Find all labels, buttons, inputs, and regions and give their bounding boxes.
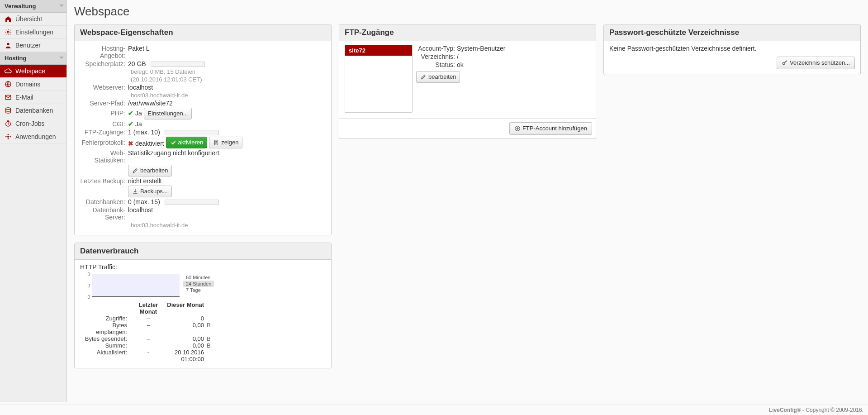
pwdir-message: Keine Passwort-geschützten Verzeichnisse… <box>609 45 855 52</box>
panel-pwdirs: Passwort-geschützte Verzeichnisse Keine … <box>603 24 861 75</box>
sidebar-item-label: Übersicht <box>15 15 42 23</box>
webstats-value: Statistikzugang nicht konfiguriert. <box>128 149 326 157</box>
panel-webspace-props: Webspace-Eigenschaften Hosting-Angebot:P… <box>74 24 332 235</box>
svg-point-1 <box>7 43 9 45</box>
pwdir-protect-button[interactable]: Verzeichnis schützen... <box>777 57 855 69</box>
apps-icon <box>5 133 12 140</box>
home-icon <box>5 15 12 23</box>
sidebar-item-label: Cron-Jobs <box>15 120 45 127</box>
svg-point-13 <box>783 62 785 65</box>
sidebar-item-cronjobs[interactable]: Cron-Jobs <box>0 117 66 130</box>
chevron-down-icon <box>59 57 64 59</box>
sidebar-item-webspace[interactable]: Webspace <box>0 65 66 78</box>
ftp-count-value: 1 (max. 10) <box>128 129 160 136</box>
panel-heading: Webspace-Eigenschaften <box>75 24 331 41</box>
svg-point-0 <box>7 31 9 33</box>
traffic-subtitle: HTTP Traffic: <box>80 263 326 271</box>
legend-7d[interactable]: 7 Tage <box>183 287 214 293</box>
db-bar <box>165 200 219 205</box>
ftp-status-value: ok <box>457 61 464 68</box>
sidebar-item-datenbanken[interactable]: Datenbanken <box>0 104 66 117</box>
ftp-dir-value: / <box>457 53 459 60</box>
page-title: Webspace <box>74 5 861 19</box>
legend-60min[interactable]: 60 Minuten <box>183 274 214 281</box>
clock-icon <box>5 120 12 127</box>
chevron-down-icon <box>59 5 64 7</box>
x-icon: ✖ <box>128 140 133 147</box>
sidebar-item-label: Anwendungen <box>15 133 56 140</box>
db-count-value: 0 (max. 15) <box>128 198 160 205</box>
svg-point-10 <box>8 138 9 139</box>
chart-legend: 60 Minuten 24 Stunden 7 Tage <box>183 274 214 293</box>
sidebar-item-label: E-Mail <box>15 94 33 101</box>
check-icon: ✔ <box>128 110 133 117</box>
sidebar-header-hosting[interactable]: Hosting <box>0 52 66 65</box>
svg-point-4 <box>6 108 11 110</box>
gear-icon <box>5 29 12 36</box>
storage-bar <box>151 62 205 67</box>
php-settings-button[interactable]: Einstellungen... <box>144 108 192 119</box>
sidebar-item-label: Benutzer <box>15 42 41 49</box>
errorlog-show-button[interactable]: zeigen <box>209 137 242 148</box>
svg-point-9 <box>8 134 9 135</box>
traffic-table: Letzter MonatDieser Monat Zugriffe:–0 By… <box>80 301 326 363</box>
sidebar-item-label: Einstellungen <box>15 29 53 36</box>
mail-icon <box>5 94 12 101</box>
hosting-angebot-value: Paket L <box>128 45 326 52</box>
database-icon <box>5 107 12 114</box>
ftp-account-name: site72 <box>345 45 412 56</box>
sidebar-item-einstellungen[interactable]: Einstellungen <box>0 26 66 39</box>
sidebar-item-label: Datenbanken <box>15 107 53 114</box>
serverpfad-value: /var/www/site72 <box>128 100 326 107</box>
svg-point-8 <box>9 136 11 138</box>
ftp-edit-button[interactable]: bearbeiten <box>416 71 460 83</box>
sidebar: Verwaltung Übersicht Einstellungen Benut… <box>0 0 67 402</box>
panel-heading: Passwort-geschützte Verzeichnisse <box>604 24 860 41</box>
ftp-bar <box>165 130 219 135</box>
legend-24h[interactable]: 24 Stunden <box>183 281 214 287</box>
panel-heading: FTP-Zugänge <box>339 24 596 41</box>
main-content: Webspace Webspace-Eigenschaften Hosting-… <box>67 0 868 402</box>
user-icon <box>5 42 12 49</box>
backups-button[interactable]: Backups... <box>128 186 172 197</box>
sidebar-item-label: Domains <box>15 81 40 88</box>
globe-icon <box>5 81 12 88</box>
speicherplatz-value: 20 GB <box>128 60 146 67</box>
panel-datenverbrauch: Datenverbrauch HTTP Traffic: 0 0 0 <box>74 243 332 368</box>
ftp-type-value: System-Benutzer <box>457 45 505 52</box>
sidebar-header-verwaltung[interactable]: Verwaltung <box>0 0 66 13</box>
cloud-icon <box>5 67 12 75</box>
traffic-chart: 0 0 0 <box>80 274 180 297</box>
backup-value: nicht erstellt <box>128 177 326 185</box>
check-icon: ✔ <box>128 120 133 128</box>
svg-point-7 <box>5 136 7 138</box>
sidebar-item-email[interactable]: E-Mail <box>0 91 66 104</box>
sidebar-item-label: Webspace <box>15 67 45 75</box>
webserver-value: localhost <box>128 84 326 91</box>
webstats-edit-button[interactable]: bearbeiten <box>128 165 172 176</box>
sidebar-item-benutzer[interactable]: Benutzer <box>0 39 66 52</box>
dbserver-value: localhost <box>128 206 326 214</box>
sidebar-item-anwendungen[interactable]: Anwendungen <box>0 130 66 143</box>
sidebar-item-uebersicht[interactable]: Übersicht <box>0 13 66 26</box>
ftp-account-box[interactable]: site72 <box>345 45 413 113</box>
errorlog-activate-button[interactable]: aktivieren <box>166 137 208 148</box>
panel-ftp: FTP-Zugänge site72 Account-Typ:System-Be… <box>339 24 596 139</box>
sidebar-item-domains[interactable]: Domains <box>0 78 66 91</box>
svg-point-6 <box>7 136 9 138</box>
panel-heading: Datenverbrauch <box>75 243 331 260</box>
ftp-add-button[interactable]: FTP-Account hinzufügen <box>509 122 592 135</box>
